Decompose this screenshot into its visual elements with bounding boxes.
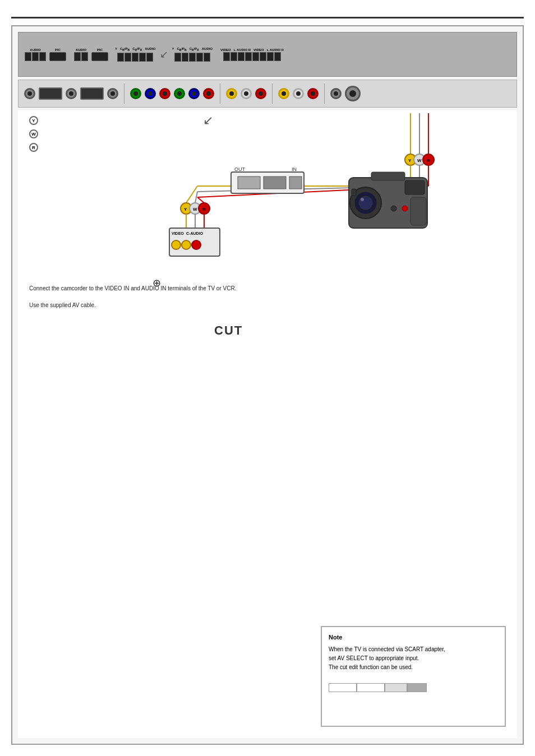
port-label-ycbcr2: Y CB/PB CR/PR AUDIO [172, 47, 213, 52]
top-border [11, 17, 524, 18]
port-wide [49, 52, 66, 61]
main-box: AUDIO PIC AUDIO [11, 25, 524, 745]
connector-panel: AUDIO PIC AUDIO [18, 32, 517, 77]
diagram-area: ↙ Y W R [18, 110, 517, 273]
port-label-video: VIDEO L AUDIO R VIDEO L AUDIO R [220, 48, 284, 52]
svg-rect-45 [405, 180, 425, 194]
svg-rect-46 [371, 172, 405, 180]
port-label-audio1: AUDIO [30, 48, 40, 52]
svg-text:IN: IN [292, 166, 297, 172]
port-rect [81, 52, 88, 61]
connector-blue1 [145, 88, 156, 99]
port-group-audio1: AUDIO [25, 48, 46, 61]
port-rect [238, 52, 245, 61]
connector-blue2 [188, 88, 200, 99]
tl-seg-3 [385, 683, 407, 692]
connector-yellow1 [226, 88, 237, 99]
svg-text:Y: Y [408, 158, 412, 163]
svg-point-48 [402, 206, 408, 211]
connector-din [24, 88, 35, 99]
port-label-ycbcr1: Y CB/PB CR/PR AUDIO [115, 47, 156, 52]
connector-dot1 [66, 88, 77, 99]
port-label-audio2: AUDIO [76, 48, 86, 52]
port-rect [39, 52, 46, 61]
port-rect [146, 53, 153, 62]
note-line-3: The cut edit function can be used. [329, 663, 498, 672]
main-text-block-2: Use the supplied AV cable. [29, 301, 96, 309]
tl-seg-2 [357, 683, 385, 692]
port-rect [189, 53, 196, 62]
connector-white2 [293, 88, 304, 99]
svg-text:OUT: OUT [234, 166, 246, 172]
circular-panel [18, 80, 517, 108]
connector-red2 [203, 88, 214, 99]
port-rect [74, 52, 81, 61]
port-group-audio2: AUDIO [74, 48, 88, 61]
main-text-block-1: Connect the camcorder to the VIDEO IN an… [29, 284, 236, 293]
port-rect [230, 52, 237, 61]
port-rect [260, 52, 266, 61]
separator-4 [324, 84, 325, 104]
port-rect [32, 52, 39, 61]
tl-seg-1 [329, 683, 357, 692]
port-rect [124, 53, 131, 62]
port-label-pic2: PIC [97, 48, 103, 52]
port-rect [204, 53, 210, 62]
page-container: AUDIO PIC AUDIO [0, 0, 535, 756]
svg-text:↙: ↙ [203, 113, 213, 127]
connector-red1 [159, 88, 170, 99]
tl-seg-4 [407, 683, 427, 692]
svg-text:W: W [417, 158, 422, 163]
port-rect [117, 53, 124, 62]
svg-text:Y: Y [184, 207, 187, 212]
connector-green1 [130, 88, 141, 99]
port-rect [267, 52, 274, 61]
svg-point-47 [391, 206, 396, 211]
svg-text:C-AUDIO: C-AUDIO [186, 231, 203, 235]
separator-2 [220, 84, 220, 104]
connector-large [345, 86, 361, 101]
connector-green2 [174, 88, 185, 99]
port-rect [274, 52, 281, 61]
svg-rect-35 [238, 177, 260, 189]
connector-vga1 [39, 87, 62, 100]
note-content: When the TV is connected via SCART adapt… [329, 645, 498, 672]
connector-vga2 [80, 87, 104, 100]
svg-text:R: R [427, 158, 430, 163]
connector-yellow2 [278, 88, 289, 99]
port-rect [174, 53, 181, 62]
main-text-2: Use the supplied AV cable. [29, 302, 96, 308]
separator-3 [272, 84, 273, 104]
cut-label: CUT [214, 323, 243, 338]
port-group-ycbcr2: Y CB/PB CR/PR AUDIO [172, 47, 213, 61]
svg-text:W: W [193, 207, 197, 212]
content-area: Y W R ↙ [18, 110, 517, 738]
svg-line-17 [195, 192, 197, 203]
svg-rect-50 [352, 189, 356, 196]
port-group-video: VIDEO L AUDIO R VIDEO L AUDIO R [220, 48, 284, 61]
port-rect [139, 53, 146, 62]
port-group-pic2: PIC [91, 48, 108, 61]
svg-rect-36 [264, 177, 286, 189]
note-line-1: When the TV is connected via SCART adapt… [329, 645, 498, 654]
note-line-2: set AV SELECT to appropriate input. [329, 654, 498, 663]
connector-dot2 [107, 88, 118, 99]
main-text-1: Connect the camcorder to the VIDEO IN an… [29, 285, 236, 291]
svg-point-33 [192, 240, 201, 249]
svg-text:R: R [202, 207, 206, 212]
svg-point-32 [182, 240, 191, 249]
port-wide [91, 52, 108, 61]
port-rect [223, 52, 230, 61]
port-rect [245, 52, 252, 61]
port-rect [25, 52, 31, 61]
svg-text:VIDEO: VIDEO [172, 231, 184, 235]
timeline-bar [329, 683, 498, 692]
port-rect [196, 53, 203, 62]
port-group-pic1: PIC [49, 48, 66, 61]
port-label-pic1: PIC [55, 48, 61, 52]
note-title: Note [329, 634, 498, 641]
svg-line-18 [197, 197, 204, 203]
connector-red3 [255, 88, 266, 99]
svg-rect-49 [411, 197, 426, 225]
svg-point-44 [361, 198, 364, 201]
